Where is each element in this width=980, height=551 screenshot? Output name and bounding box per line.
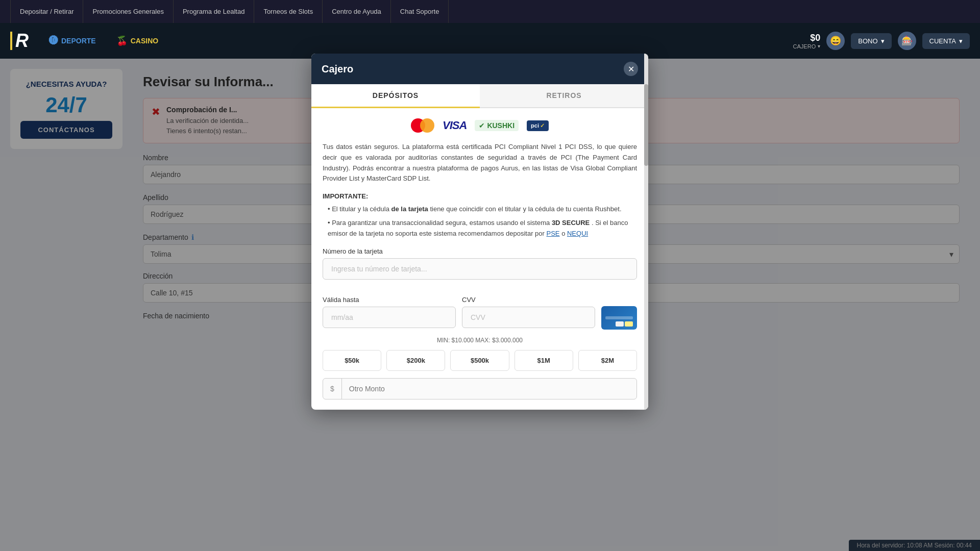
pci-dss-text: ✓ [540,122,545,129]
balance-amount: $0 [810,33,820,43]
other-amount-prefix: $ [323,379,342,399]
expiry-input[interactable] [323,307,456,328]
casino-icon: 🍒 [116,35,128,46]
kushki-text: KUSHKI [487,121,514,130]
modal-scrollbar-thumb [644,84,648,166]
balance-box[interactable]: $0 CAJERO ▾ [793,33,821,49]
logo[interactable]: R [10,32,29,50]
casino-button[interactable]: 🍒 CASINO [111,32,163,49]
mastercard-logo: mastercard [411,118,434,133]
balance-label: CAJERO ▾ [793,43,821,49]
pci-logo: pci ✓ [527,120,549,131]
card-number-input[interactable] [323,258,637,280]
tab-retiros[interactable]: RETIROS [480,84,648,107]
page-body: ¿NECESITAS AYUDA? 24/7 CONTÁCTANOS Revis… [0,59,980,551]
tab-depositos[interactable]: DEPÓSITOS [311,84,480,108]
card-stripe [605,316,633,319]
modal-scrollbar[interactable] [644,54,648,410]
nav-lealtad[interactable]: Programa de Lealtad [174,0,254,23]
amount-buttons: $50k $200k $500k $1M $2M [323,350,637,371]
modal-tabs: DEPÓSITOS RETIROS [311,84,648,108]
card-number-label: Número de la tarjeta [323,247,637,255]
deporte-icon: 🅓 [49,36,58,46]
amount-2m-button[interactable]: $2M [578,350,637,371]
amount-200k-button[interactable]: $200k [386,350,445,371]
payment-logos: mastercard VISA ✔ KUSHKI pci ✓ [323,118,637,133]
nequi-link[interactable]: NEQUI [567,230,588,237]
security-text: Tus datos están seguros. La plataforma e… [323,142,637,184]
nav-torneos[interactable]: Torneos de Slots [254,0,323,23]
deporte-button[interactable]: 🅓 DEPORTE [44,33,101,49]
important-item-1: El titular y la cédula de la tarjeta tie… [323,204,637,215]
modal-header: Cajero ✕ [311,54,648,84]
top-nav: Depositar / Retirar Promociones Generale… [0,0,980,23]
header-left: R 🅓 DEPORTE 🍒 CASINO [10,32,163,50]
header-right: $0 CAJERO ▾ 😄 BONO ▾ 🎰 CUENTA ▾ [793,32,970,50]
nav-chat[interactable]: Chat Soporte [391,0,449,23]
other-amount-row: $ [323,378,637,399]
modal-title: Cajero [322,63,353,75]
visa-logo: VISA [443,119,467,132]
card-chip-row [616,321,633,327]
modal-close-button[interactable]: ✕ [624,62,638,76]
cuenta-label: CUENTA [929,37,956,45]
cajero-modal: Cajero ✕ DEPÓSITOS RETIROS mastercard VI… [311,54,648,410]
pse-link[interactable]: PSE [547,230,560,237]
amount-500k-button[interactable]: $500k [450,350,509,371]
important-label: IMPORTANTE: [323,192,637,200]
card-number-section: Número de la tarjeta [323,247,637,287]
cvv-label: CVV [462,296,595,304]
important-item-2: Para garantizar una transaccionalidad se… [323,218,637,239]
expiry-col: Válida hasta [323,296,456,328]
cajero-chevron-icon: ▾ [818,43,820,49]
nav-promociones[interactable]: Promociones Generales [83,0,173,23]
kushki-logo: ✔ KUSHKI [475,120,519,131]
mastercard-orange-circle [420,118,434,133]
nav-ayuda[interactable]: Centro de Ayuda [323,0,391,23]
expiry-cvv-row: Válida hasta CVV [323,296,637,330]
cuenta-button[interactable]: CUENTA ▾ [922,33,970,49]
cvv-input[interactable] [462,307,595,328]
important-section: IMPORTANTE: El titular y la cédula de la… [323,192,637,239]
avatar: 😄 [826,32,845,50]
deporte-label: DEPORTE [61,37,96,45]
card-preview [601,306,637,330]
logo-icon: R [10,32,29,50]
bono-label: BONO [858,37,877,45]
amount-info: MIN: $10.000 MAX: $3.000.000 [323,337,637,344]
amount-1m-button[interactable]: $1M [514,350,573,371]
expiry-label: Válida hasta [323,296,456,304]
kushki-check-icon: ✔ [479,121,485,130]
card-chip-2 [625,321,633,327]
casino-label: CASINO [131,37,158,45]
card-chip-1 [616,321,624,327]
pci-text: pci [531,122,539,129]
cuenta-chevron-icon: ▾ [959,37,963,45]
bono-chevron-icon: ▾ [881,37,885,45]
other-amount-input[interactable] [342,379,636,399]
amount-50k-button[interactable]: $50k [323,350,381,371]
bono-button[interactable]: BONO ▾ [851,33,891,49]
cvv-col: CVV [462,296,595,328]
modal-body: mastercard VISA ✔ KUSHKI pci ✓ Tus datos… [311,108,648,410]
nav-depositar-retirar[interactable]: Depositar / Retirar [10,0,83,23]
cuenta-avatar: 🎰 [898,32,916,50]
